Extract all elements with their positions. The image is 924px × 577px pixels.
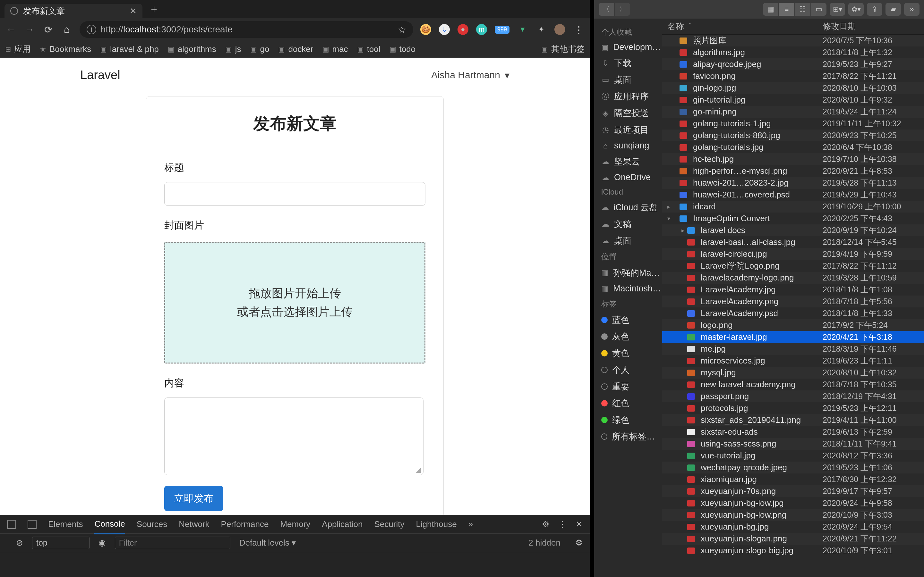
devtools-tab[interactable]: Console bbox=[94, 514, 125, 534]
sidebar-item[interactable]: Ⓐ应用程序 bbox=[594, 88, 662, 105]
sidebar-tag[interactable]: 所有标签… bbox=[594, 428, 662, 445]
ext-badge[interactable]: 999 bbox=[495, 26, 509, 34]
file-row[interactable]: xueyuanjun-bg.jpg 2020/9/24 上午9:54 bbox=[662, 521, 924, 533]
file-row[interactable]: protocols.jpg 2019/5/23 上午12:11 bbox=[662, 402, 924, 414]
file-row[interactable]: xueyuanjun-bg-low.jpg 2020/9/24 上午9:58 bbox=[662, 497, 924, 509]
sidebar-tag[interactable]: 灰色 bbox=[594, 328, 662, 345]
file-row[interactable]: golang-tutorials-1.jpg 2019/11/11 上午10:3… bbox=[662, 118, 924, 129]
ext-icon[interactable]: m bbox=[476, 24, 487, 35]
file-row[interactable]: ▸ idcard 2019/10/29 上午10:00 bbox=[662, 201, 924, 213]
file-row[interactable]: LaravelAcademy.png 2018/7/18 上午5:56 bbox=[662, 295, 924, 308]
file-row[interactable]: passport.png 2018/12/19 下午4:31 bbox=[662, 390, 924, 402]
file-row[interactable]: sixstar-edu-ads 2019/6/13 下午2:59 bbox=[662, 426, 924, 438]
disclosure-triangle-icon[interactable]: ▸ bbox=[667, 227, 682, 234]
file-row[interactable]: hc-tech.jpg 2019/7/10 上午10:38 bbox=[662, 153, 924, 165]
devtools-tab[interactable]: Lighthouse bbox=[416, 519, 457, 529]
file-row[interactable]: using-sass-scss.png 2018/11/11 下午9:41 bbox=[662, 438, 924, 450]
close-tab-icon[interactable]: ✕ bbox=[129, 6, 137, 16]
disclosure-triangle-icon[interactable]: ▾ bbox=[667, 215, 674, 222]
log-levels-select[interactable]: Default levels ▾ bbox=[239, 538, 296, 548]
file-row[interactable]: go-mini.png 2019/5/24 上午11:24 bbox=[662, 106, 924, 118]
file-row[interactable]: golang-tutorials.jpg 2020/6/4 下午10:38 bbox=[662, 141, 924, 153]
sidebar-item[interactable]: ☁文稿 bbox=[594, 216, 662, 232]
bookmark-item[interactable]: ★Bookmarks bbox=[40, 44, 91, 54]
share-icon[interactable]: ⇪ bbox=[867, 3, 882, 16]
sidebar-item[interactable]: ▣Developm… bbox=[594, 40, 662, 55]
device-toggle-icon[interactable] bbox=[27, 520, 37, 529]
cover-dropzone[interactable]: 拖放图片开始上传 或者点击选择图片上传 bbox=[164, 242, 425, 364]
sidebar-item[interactable]: ☁坚果云 bbox=[594, 153, 662, 170]
file-row[interactable]: Laravel学院Logo.png 2017/8/22 下午11:12 bbox=[662, 260, 924, 272]
file-row[interactable]: huawei-201…covered.psd 2019/5/29 上午10:43 bbox=[662, 189, 924, 201]
file-row[interactable]: ▸ laravel docs 2020/9/19 下午10:24 bbox=[662, 224, 924, 236]
devtools-tab[interactable]: Network bbox=[179, 519, 209, 529]
sidebar-item[interactable]: ☁桌面 bbox=[594, 232, 662, 249]
sidebar-tag[interactable]: 重要 bbox=[594, 378, 662, 395]
menu-icon[interactable]: ⋮ bbox=[558, 519, 567, 529]
view-list-icon[interactable]: ≡ bbox=[779, 3, 795, 16]
sidebar-item[interactable]: ◈隔空投送 bbox=[594, 105, 662, 121]
file-row[interactable]: alipay-qrcode.jpeg 2019/5/23 上午9:27 bbox=[662, 58, 924, 70]
site-info-icon[interactable]: i bbox=[87, 25, 96, 34]
sidebar-tag[interactable]: 红色 bbox=[594, 395, 662, 412]
disclosure-triangle-icon[interactable]: ▸ bbox=[667, 203, 674, 210]
sidebar-item[interactable]: ☁iCloud 云盘 bbox=[594, 199, 662, 216]
file-row[interactable]: LaravelAcademy.jpg 2018/11/8 上午1:08 bbox=[662, 284, 924, 295]
file-row[interactable]: algorithms.jpg 2018/11/8 上午1:32 bbox=[662, 47, 924, 58]
devtools-tab[interactable]: Sources bbox=[137, 519, 167, 529]
user-menu[interactable]: Aisha Hartmann▾ bbox=[431, 69, 509, 81]
file-row[interactable]: sixstar_ads_20190411.png 2019/4/11 上午11:… bbox=[662, 414, 924, 426]
bookmark-folder[interactable]: ▣tool bbox=[357, 44, 381, 54]
home-button[interactable]: ⌂ bbox=[61, 24, 73, 35]
file-row[interactable]: golang-tutorials-880.jpg 2020/9/23 下午10:… bbox=[662, 129, 924, 141]
reload-button[interactable]: ⟳ bbox=[42, 24, 54, 35]
chrome-menu-icon[interactable]: ⋮ bbox=[573, 24, 585, 35]
apps-shortcut[interactable]: ⊞应用 bbox=[5, 44, 31, 55]
forward-button[interactable]: → bbox=[24, 24, 35, 35]
sidebar-tag[interactable]: 个人 bbox=[594, 362, 662, 378]
devtools-tab[interactable]: Performance bbox=[221, 519, 269, 529]
file-row[interactable]: xiaomiquan.jpg 2017/8/30 上午12:32 bbox=[662, 474, 924, 485]
devtools-tab[interactable]: Elements bbox=[48, 519, 83, 529]
file-row[interactable]: 照片图库 2020/7/5 下午10:36 bbox=[662, 35, 924, 47]
extensions-icon[interactable]: ✦ bbox=[536, 24, 547, 35]
console-settings-icon[interactable]: ⚙ bbox=[575, 538, 583, 548]
profile-avatar[interactable] bbox=[554, 24, 565, 35]
bookmark-folder[interactable]: ▣laravel & php bbox=[100, 44, 159, 54]
sidebar-tag[interactable]: 绿色 bbox=[594, 412, 662, 428]
devtools-tab[interactable]: Memory bbox=[280, 519, 310, 529]
sidebar-item[interactable]: ☁OneDrive bbox=[594, 170, 662, 185]
bookmark-folder[interactable]: ▣mac bbox=[322, 44, 348, 54]
file-row[interactable]: LaravelAcademy.psd 2018/11/8 上午1:33 bbox=[662, 308, 924, 319]
bookmark-star-icon[interactable]: ☆ bbox=[397, 24, 406, 35]
eye-icon[interactable]: ◉ bbox=[99, 538, 106, 548]
file-row[interactable]: wechatpay-qrcode.jpeg 2019/5/23 上午1:06 bbox=[662, 462, 924, 474]
view-gallery-icon[interactable]: ▭ bbox=[811, 3, 827, 16]
title-input[interactable] bbox=[164, 182, 425, 206]
submit-button[interactable]: 立即发布 bbox=[164, 486, 223, 511]
file-row[interactable]: gin-logo.jpg 2020/8/10 上午10:03 bbox=[662, 82, 924, 94]
file-row[interactable]: laravel-basi…all-class.jpg 2018/12/14 下午… bbox=[662, 236, 924, 248]
browser-tab[interactable]: 发布新文章 ✕ bbox=[5, 4, 142, 18]
new-tab-button[interactable]: ＋ bbox=[142, 2, 166, 18]
file-row[interactable]: me.jpg 2018/3/19 下午11:46 bbox=[662, 343, 924, 355]
sidebar-item[interactable]: ⇩下载 bbox=[594, 55, 662, 71]
file-row[interactable]: vue-tutorial.jpg 2020/8/12 下午3:36 bbox=[662, 450, 924, 462]
ext-icon[interactable]: ● bbox=[457, 24, 468, 35]
file-row[interactable]: xueyuanjun-70s.png 2019/9/17 下午9:57 bbox=[662, 485, 924, 497]
bookmark-folder[interactable]: ▣todo bbox=[389, 44, 416, 54]
filter-input[interactable]: Filter bbox=[115, 537, 230, 549]
bookmark-folder[interactable]: ▣docker bbox=[278, 44, 313, 54]
file-row[interactable]: ▾ ImageOptim Convert 2020/2/25 下午4:43 bbox=[662, 213, 924, 224]
file-row[interactable]: laravel-circleci.jpg 2019/4/19 下午9:59 bbox=[662, 248, 924, 260]
ext-icon[interactable]: ⇓ bbox=[439, 24, 450, 35]
overflow-icon[interactable]: » bbox=[904, 3, 919, 16]
view-columns-icon[interactable]: ☷ bbox=[795, 3, 811, 16]
forward-button[interactable]: 〉 bbox=[615, 3, 630, 16]
sidebar-item[interactable]: ▭桌面 bbox=[594, 71, 662, 88]
file-row[interactable]: mysql.jpg 2020/8/10 上午10:32 bbox=[662, 367, 924, 379]
file-row[interactable]: high-perfor…e-mysql.png 2020/9/21 上午8:53 bbox=[662, 165, 924, 177]
close-devtools-icon[interactable]: ✕ bbox=[575, 519, 583, 529]
file-row[interactable]: new-laravel-academy.png 2018/7/18 下午10:3… bbox=[662, 379, 924, 390]
more-tabs-icon[interactable]: » bbox=[468, 519, 473, 529]
